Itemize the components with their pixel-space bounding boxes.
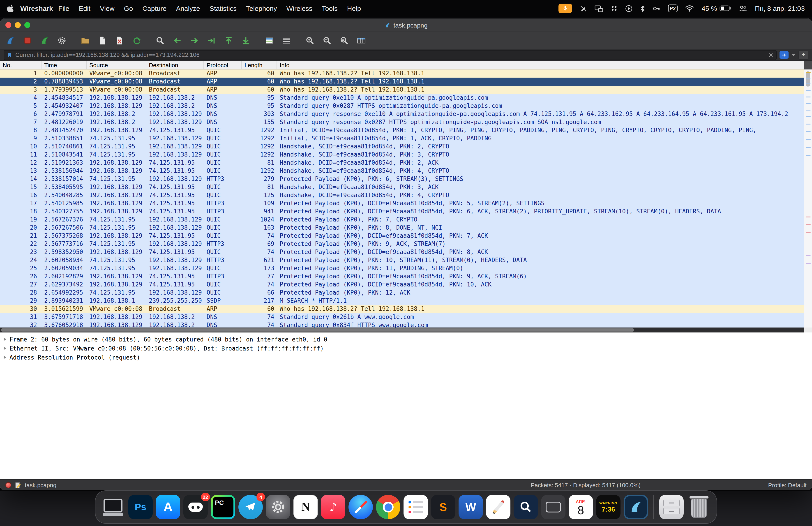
packet-row-28[interactable]: 282.65499229574.125.131.95192.168.138.12…	[0, 289, 804, 297]
dock-wireshark[interactable]	[624, 495, 648, 519]
go-to-packet-button[interactable]	[205, 34, 218, 47]
packet-row-26[interactable]: 262.602192829192.168.138.12974.125.131.9…	[0, 273, 804, 281]
column-header-no[interactable]: No.	[0, 61, 42, 69]
dock-trash[interactable]	[687, 495, 711, 519]
screen-mirroring-icon[interactable]	[595, 5, 603, 12]
display-filter-input[interactable]	[15, 52, 766, 58]
zoom-in-button[interactable]	[303, 34, 317, 47]
column-header-protocol[interactable]: Protocol	[204, 61, 242, 69]
dock-chrome[interactable]	[376, 495, 400, 519]
packet-row-1[interactable]: 10.000000000VMware_c0:00:08BroadcastARP6…	[0, 70, 804, 77]
packet-row-10[interactable]: 102.51074086174.125.131.95192.168.138.12…	[0, 143, 804, 151]
packet-row-29[interactable]: 292.893940231192.168.138.1239.255.255.25…	[0, 297, 804, 305]
packet-row-6[interactable]: 62.479978791192.168.138.2192.168.138.129…	[0, 110, 804, 118]
packet-row-22[interactable]: 222.56777371674.125.131.95192.168.138.12…	[0, 240, 804, 248]
play-status-icon[interactable]	[625, 5, 633, 12]
keychain-icon[interactable]	[653, 6, 661, 11]
capture-options-button[interactable]	[55, 34, 69, 47]
dock-music[interactable]: ♪	[321, 495, 345, 519]
pencil-status-icon[interactable]	[580, 5, 587, 12]
packet-row-4[interactable]: 42.454834517192.168.138.129192.168.138.2…	[0, 94, 804, 102]
dock-pycharm[interactable]: PC	[211, 495, 235, 519]
column-header-info[interactable]: Info	[277, 61, 812, 69]
dock-photoshop[interactable]: Ps	[128, 495, 153, 519]
packet-row-27[interactable]: 272.629373492192.168.138.12974.125.131.9…	[0, 281, 804, 289]
packet-row-18[interactable]: 182.540327755192.168.138.12974.125.131.9…	[0, 207, 804, 216]
packet-row-14[interactable]: 142.53815701474.125.131.95192.168.138.12…	[0, 175, 804, 183]
dock-safari[interactable]	[348, 495, 373, 519]
dock-utm[interactable]	[101, 495, 125, 519]
menu-item-edit[interactable]: Edit	[79, 4, 90, 12]
packet-row-20[interactable]: 202.56726750674.125.131.95192.168.138.12…	[0, 224, 804, 232]
disclosure-triangle-icon[interactable]	[4, 337, 6, 341]
detail-line-3[interactable]: Address Resolution Protocol (request)	[4, 353, 812, 362]
dock-word[interactable]: W	[459, 495, 483, 519]
packet-row-7[interactable]: 72.481226019192.168.138.2192.168.138.129…	[0, 118, 804, 126]
menu-item-view[interactable]: View	[100, 4, 115, 12]
input-source-indicator[interactable]: РУ	[668, 4, 678, 12]
dock-system-settings[interactable]	[266, 495, 290, 519]
packet-row-23[interactable]: 232.598352950192.168.138.12974.125.131.9…	[0, 248, 804, 256]
menu-item-file[interactable]: File	[58, 4, 69, 12]
go-back-button[interactable]	[171, 34, 184, 47]
packet-row-31[interactable]: 313.675971718192.168.138.129192.168.138.…	[0, 313, 804, 321]
filter-dropdown-chevron[interactable]	[791, 53, 796, 57]
menu-item-analyze[interactable]: Analyze	[176, 4, 200, 12]
battery-indicator[interactable]: 45 %	[701, 4, 731, 12]
open-file-button[interactable]	[78, 34, 92, 47]
clear-filter-icon[interactable]	[768, 52, 774, 58]
detail-line-1[interactable]: Frame 2: 60 bytes on wire (480 bits), 60…	[4, 335, 812, 344]
menu-item-tools[interactable]: Tools	[322, 4, 338, 12]
dock-notion[interactable]: N	[293, 495, 318, 519]
go-forward-button[interactable]	[188, 34, 201, 47]
apply-filter-button[interactable]	[780, 51, 788, 59]
menu-item-capture[interactable]: Capture	[142, 4, 166, 12]
dock-weather-warning[interactable]: WARNING7:36	[596, 495, 621, 519]
menu-item-go[interactable]: Go	[124, 4, 133, 12]
menu-item-statistics[interactable]: Statistics	[209, 4, 237, 12]
packet-row-12[interactable]: 122.510921363192.168.138.12974.125.131.9…	[0, 159, 804, 167]
packet-scrollbar-minimap[interactable]	[804, 70, 812, 327]
packet-row-11[interactable]: 112.51084354174.125.131.95192.168.138.12…	[0, 151, 804, 159]
menu-item-help[interactable]: Help	[347, 4, 361, 12]
wifi-icon[interactable]	[685, 5, 694, 12]
close-file-button[interactable]	[113, 34, 126, 47]
packet-row-16[interactable]: 162.540048285192.168.138.12974.125.131.9…	[0, 191, 804, 200]
packet-row-9[interactable]: 92.51033885174.125.131.95192.168.138.129…	[0, 134, 804, 143]
detail-line-2[interactable]: Ethernet II, Src: VMware_c0:00:08 (00:50…	[4, 344, 812, 353]
status-profile[interactable]: Profile: Default	[644, 482, 807, 488]
column-header-length[interactable]: Length	[242, 61, 277, 69]
packet-row-25[interactable]: 252.60205903474.125.131.95192.168.138.12…	[0, 264, 804, 273]
disclosure-triangle-icon[interactable]	[4, 355, 6, 359]
stop-capture-button[interactable]	[21, 34, 34, 47]
packet-row-2[interactable]: 20.788839453VMware_c0:00:08BroadcastARP6…	[0, 77, 804, 86]
maximize-window-button[interactable]	[24, 22, 30, 28]
go-last-packet-button[interactable]	[239, 34, 252, 47]
disclosure-triangle-icon[interactable]	[4, 347, 6, 350]
packet-row-3[interactable]: 31.779399513VMware_c0:00:08BroadcastARP6…	[0, 86, 804, 94]
horizontal-scrollbar-thumb[interactable]	[1, 328, 634, 332]
capture-comment-icon[interactable]	[15, 482, 21, 488]
start-capture-button[interactable]	[4, 34, 17, 47]
microphone-in-use-icon[interactable]	[559, 4, 572, 13]
packet-row-17[interactable]: 172.540125985192.168.138.12974.125.131.9…	[0, 200, 804, 207]
bluetooth-icon[interactable]	[640, 5, 645, 12]
packet-row-19[interactable]: 192.56726737674.125.131.95192.168.138.12…	[0, 216, 804, 224]
packet-row-15[interactable]: 152.538405595192.168.138.12974.125.131.9…	[0, 183, 804, 191]
apple-menu-icon[interactable]	[7, 4, 14, 12]
close-window-button[interactable]	[5, 22, 11, 28]
dock-sublime-text[interactable]: S	[431, 495, 455, 519]
save-file-button[interactable]	[96, 34, 109, 47]
reload-file-button[interactable]	[130, 34, 143, 47]
dock-discord[interactable]: 22	[183, 495, 208, 519]
auto-scroll-button[interactable]	[280, 34, 293, 47]
dock-reminders[interactable]	[404, 495, 428, 519]
column-header-source[interactable]: Source	[87, 61, 146, 69]
add-filter-button[interactable]: +	[798, 50, 808, 59]
dock-archive[interactable]	[659, 495, 684, 519]
dock-screen-recorder[interactable]	[541, 495, 565, 519]
column-header-time[interactable]: Time	[42, 61, 87, 69]
go-first-packet-button[interactable]	[222, 34, 235, 47]
packet-row-5[interactable]: 52.454932407192.168.138.129192.168.138.2…	[0, 102, 804, 110]
zoom-normal-button[interactable]	[337, 34, 351, 47]
